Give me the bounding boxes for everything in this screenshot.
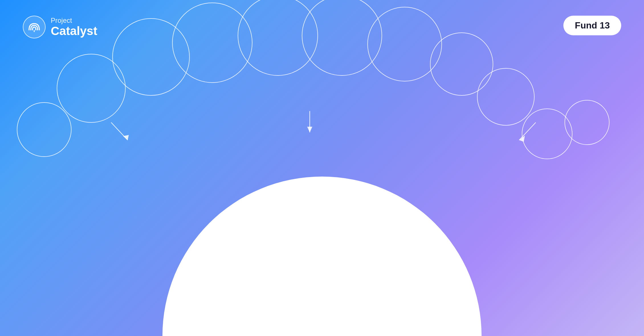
orbit-circle-6 xyxy=(302,0,382,75)
svg-marker-4 xyxy=(307,127,312,132)
orbit-circle-11 xyxy=(565,100,609,145)
svg-marker-6 xyxy=(519,136,525,142)
fund-badge: Fund 13 xyxy=(563,16,621,35)
main-canvas: Project Catalyst Fund 13 xyxy=(0,0,644,336)
orbit-circle-10 xyxy=(522,109,572,159)
logo-project-label: Project xyxy=(51,17,97,25)
orbit-circle-8 xyxy=(430,33,493,95)
orbit-circle-3 xyxy=(113,19,189,95)
orbit-circle-1 xyxy=(17,103,71,157)
logo-icon xyxy=(23,16,46,38)
logo-text: Project Catalyst xyxy=(51,17,97,38)
svg-line-1 xyxy=(111,122,128,140)
orbit-circle-5 xyxy=(238,0,318,75)
svg-line-5 xyxy=(519,122,536,140)
orbit-circle-7 xyxy=(368,7,442,81)
fund-badge-label: Fund 13 xyxy=(575,20,610,30)
orbit-circle-4 xyxy=(172,3,252,83)
main-semicircle xyxy=(162,177,482,336)
visual-svg xyxy=(0,0,644,336)
orbit-circle-2 xyxy=(57,54,125,122)
svg-marker-2 xyxy=(123,135,129,140)
logo-area: Project Catalyst xyxy=(23,16,97,38)
logo-catalyst-label: Catalyst xyxy=(51,24,97,38)
orbit-circle-9 xyxy=(477,68,534,125)
